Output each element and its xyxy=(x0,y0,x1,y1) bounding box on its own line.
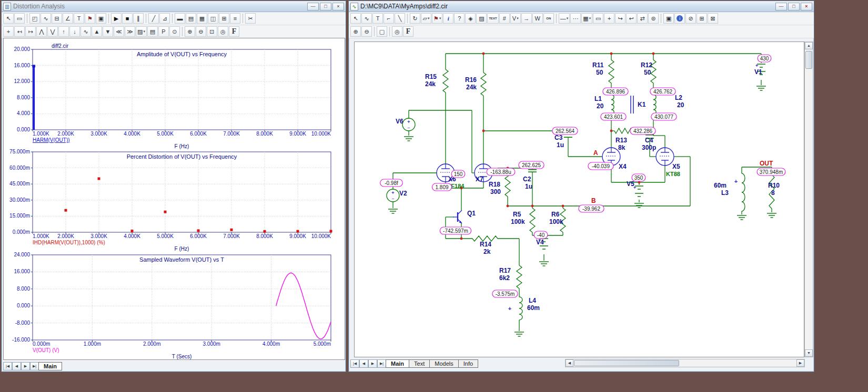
flag-icon[interactable]: ⚑▾ xyxy=(432,13,442,24)
maximize-button[interactable]: □ xyxy=(788,3,800,11)
wire-icon[interactable]: ⌐ xyxy=(383,13,394,24)
tab-scroll-button-2[interactable]: ▶ xyxy=(368,359,377,368)
top-icon[interactable]: ▲ xyxy=(92,26,102,37)
component-label[interactable]: V2 xyxy=(399,190,407,197)
cut-icon[interactable]: ✂ xyxy=(245,13,256,24)
conditions-icon[interactable]: ON xyxy=(543,13,554,24)
waveform-icon[interactable]: ∿ xyxy=(41,13,51,24)
component-label[interactable]: 6k2 xyxy=(499,274,510,282)
component-source-icon[interactable]: ∿ xyxy=(361,13,372,24)
layers2-icon[interactable]: ⊠ xyxy=(708,13,718,24)
node-name-label[interactable]: OUT xyxy=(760,160,773,167)
datapoints-icon[interactable]: ⊙ xyxy=(169,26,180,37)
component-label[interactable]: R12 xyxy=(641,61,652,69)
resistor-symbol[interactable] xyxy=(505,172,510,197)
f-key-icon[interactable]: F xyxy=(229,26,239,37)
component-label[interactable]: 300 xyxy=(490,188,501,195)
valley-icon[interactable]: ⋁ xyxy=(47,26,58,37)
inductor-symbol[interactable] xyxy=(653,95,656,115)
cursor-icon[interactable]: + xyxy=(3,26,14,37)
scroll-down-icon[interactable]: ▼ xyxy=(805,349,813,357)
component-label[interactable]: K1 xyxy=(638,101,646,108)
grid-plots-icon[interactable]: ▦ xyxy=(197,13,207,24)
schematic-canvas[interactable]: ++++−+−R1524kR1624kV6V2R1150R1250V1L120K… xyxy=(355,43,804,357)
component-label[interactable]: 60m xyxy=(714,182,726,189)
tag-icon[interactable]: ⚑ xyxy=(85,13,95,24)
tab-scroll-button-2[interactable]: ▶ xyxy=(21,362,30,370)
page-tab-text[interactable]: Text xyxy=(409,359,430,368)
gridlines-icon[interactable]: ▤ xyxy=(147,26,158,37)
cursor-left-icon[interactable]: ↤ xyxy=(14,26,25,37)
node-name-label[interactable]: A xyxy=(593,149,598,157)
zoom-out-icon[interactable]: ⊖ xyxy=(361,26,372,37)
stacked-plots-icon[interactable]: ▤ xyxy=(186,13,196,24)
component-label[interactable]: Q1 xyxy=(467,210,476,217)
resistor-symbol[interactable] xyxy=(517,265,522,288)
horizontal-scroll-thumb[interactable] xyxy=(574,360,679,366)
dropdown-arrow-icon[interactable]: ▾ xyxy=(439,16,441,20)
layers-icon[interactable]: ⊞ xyxy=(697,13,707,24)
tab-scroll-button-1[interactable]: ◀ xyxy=(359,359,368,368)
stop-icon[interactable]: ■ xyxy=(122,13,133,24)
help-mode-icon[interactable]: ? xyxy=(454,13,465,24)
resistor-symbol[interactable] xyxy=(609,60,614,83)
component-label[interactable]: V1 xyxy=(754,68,762,76)
find-icon[interactable]: ⊚ xyxy=(648,13,659,24)
dropdown-arrow-icon[interactable]: ▾ xyxy=(567,16,569,20)
color-icon[interactable]: ▨ xyxy=(476,13,487,24)
globe-icon[interactable]: ◎ xyxy=(218,26,228,37)
zoom-region-icon[interactable]: ◰ xyxy=(29,13,40,24)
titlebar[interactable]: ▥ Distortion Analysis —□× xyxy=(2,1,346,12)
one-plot-icon[interactable]: ▬ xyxy=(175,13,185,24)
page-tab-info[interactable]: Info xyxy=(458,359,478,368)
limits-icon[interactable]: ⊟ xyxy=(52,13,62,24)
zoom-window-icon[interactable]: ⊡ xyxy=(207,26,217,37)
model-label[interactable]: KT88 xyxy=(666,171,680,177)
pointer-icon[interactable]: ↖ xyxy=(3,13,14,24)
component-label[interactable]: X5 xyxy=(672,163,680,170)
component-label[interactable]: 100k xyxy=(549,218,563,225)
titlebar[interactable]: ∿ D:\MC9\DATA\MyAmps\diff2.cir —□× xyxy=(349,1,814,12)
scroll-up-icon[interactable]: ▲ xyxy=(805,42,813,49)
redo-icon[interactable]: ↪ xyxy=(615,13,625,24)
swap-icon[interactable]: ⇄ xyxy=(637,13,648,24)
component-label[interactable]: 2k xyxy=(483,248,491,255)
resistor-symbol[interactable] xyxy=(614,128,632,133)
window-icon[interactable]: ▣ xyxy=(663,13,674,24)
quad-plots-icon[interactable]: ⊞ xyxy=(219,13,229,24)
resistor-symbol[interactable] xyxy=(530,208,535,232)
browse-icon[interactable]: ◈ xyxy=(465,13,476,24)
scroll-right-icon[interactable]: ▶ xyxy=(796,359,804,367)
power-icon[interactable]: W xyxy=(532,13,543,24)
dropdown-arrow-icon[interactable]: ▾ xyxy=(143,29,145,34)
inductor-symbol[interactable] xyxy=(742,173,745,211)
cursor-right-icon[interactable]: ↦ xyxy=(25,26,36,37)
low-icon[interactable]: ↓ xyxy=(69,26,80,37)
component-list-icon[interactable]: ▱▾ xyxy=(421,13,431,24)
globe-icon[interactable]: ◎ xyxy=(392,26,402,37)
component-label[interactable]: R17 xyxy=(499,267,511,274)
component-label[interactable]: 20 xyxy=(677,101,684,109)
page-tab-models[interactable]: Models xyxy=(429,359,458,368)
peak-icon[interactable]: ⋀ xyxy=(36,26,47,37)
component-label[interactable]: X4 xyxy=(619,163,627,170)
component-label[interactable]: L1 xyxy=(594,95,602,102)
series-legend[interactable]: V(OUT) (V) xyxy=(33,347,59,353)
disable-icon[interactable]: ⊘ xyxy=(685,13,696,24)
component-label[interactable]: 20 xyxy=(597,102,604,110)
f-key-icon[interactable]: F xyxy=(403,26,413,37)
dots-icon[interactable]: ⋯ xyxy=(570,13,581,24)
border-icon[interactable]: ▭ xyxy=(593,13,603,24)
close-button[interactable]: × xyxy=(801,3,812,11)
component-label[interactable]: V4 xyxy=(536,239,544,246)
text-display-icon[interactable]: TEXT xyxy=(487,13,498,24)
crosshair-icon[interactable]: + xyxy=(604,13,614,24)
currents-icon[interactable]: → xyxy=(521,13,532,24)
undo-icon[interactable]: ↩ xyxy=(626,13,637,24)
page-tab-main[interactable]: Main xyxy=(386,359,409,368)
series-legend[interactable]: IHD(HARM(V(OUT)),1000) (%) xyxy=(33,240,105,245)
minimize-button[interactable]: — xyxy=(307,3,319,11)
inflection-icon[interactable]: ∿ xyxy=(80,26,91,37)
angle-icon[interactable]: ∠ xyxy=(63,13,73,24)
component-label[interactable]: L3 xyxy=(721,189,729,197)
